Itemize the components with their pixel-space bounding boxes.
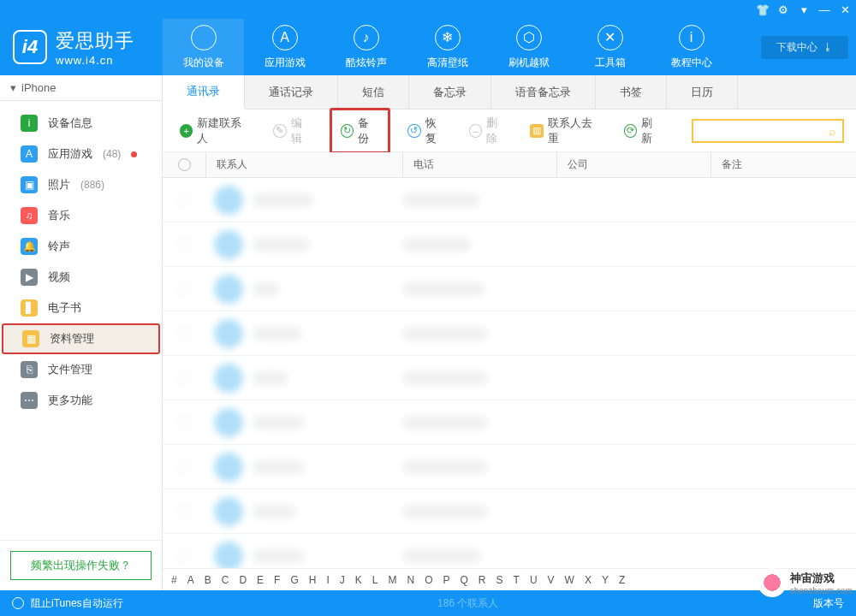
alpha-Q[interactable]: Q [461, 574, 468, 586]
alpha-L[interactable]: L [372, 574, 378, 586]
header-nav-3[interactable]: ❄高清壁纸 [407, 19, 488, 75]
search-icon[interactable]: ⌕ [829, 124, 835, 138]
status-right: 版本号 [813, 596, 844, 611]
column-phone[interactable]: 电话 [402, 152, 556, 177]
table-row[interactable] [163, 445, 856, 489]
alpha-I[interactable]: I [326, 574, 329, 586]
tab-2[interactable]: 短信 [338, 75, 409, 109]
table-row[interactable] [163, 311, 856, 356]
column-company[interactable]: 公司 [556, 152, 710, 177]
table-row[interactable] [163, 489, 856, 534]
alpha-Y[interactable]: Y [602, 574, 609, 586]
edit-button[interactable]: ✎ 编辑 [268, 112, 318, 150]
tab-3[interactable]: 备忘录 [409, 75, 491, 109]
minimize-icon[interactable]: — [818, 3, 830, 15]
delete-button[interactable]: – 删除 [464, 112, 514, 150]
row-checkbox[interactable] [178, 282, 191, 295]
alpha-S[interactable]: S [496, 574, 503, 586]
alpha-H[interactable]: H [309, 574, 317, 586]
alpha-F[interactable]: F [274, 574, 280, 586]
sidebar-item-7[interactable]: ▦资料管理 [2, 323, 160, 354]
column-note[interactable]: 备注 [710, 152, 856, 177]
alpha-A[interactable]: A [187, 574, 194, 586]
alpha-R[interactable]: R [479, 574, 486, 586]
header-nav-4[interactable]: ⬡刷机越狱 [488, 19, 569, 75]
alpha-O[interactable]: O [425, 574, 432, 586]
row-checkbox[interactable] [178, 238, 191, 251]
header-nav-icon: A [272, 25, 298, 50]
alpha-M[interactable]: M [388, 574, 396, 586]
table-row[interactable] [163, 400, 856, 445]
header-nav-2[interactable]: ♪酷炫铃声 [325, 19, 407, 75]
tab-6[interactable]: 日历 [667, 75, 738, 109]
alpha-X[interactable]: X [585, 574, 591, 586]
sidebar-icon: ▣ [21, 176, 38, 193]
sidebar-item-3[interactable]: ♫音乐 [0, 200, 162, 231]
tab-5[interactable]: 书签 [596, 75, 667, 109]
header-nav-6[interactable]: i教程中心 [651, 19, 732, 75]
column-contact[interactable]: 联系人 [205, 152, 402, 177]
row-checkbox[interactable] [178, 505, 191, 518]
row-checkbox[interactable] [178, 371, 191, 384]
alpha-B[interactable]: B [205, 574, 211, 586]
tab-0[interactable]: 通讯录 [163, 75, 245, 110]
dropdown-icon[interactable]: ▾ [798, 3, 810, 15]
minus-icon: – [469, 124, 482, 138]
sidebar-item-2[interactable]: ▣照片(886) [0, 169, 162, 200]
dedupe-button[interactable]: ▥ 联系人去重 [525, 112, 606, 150]
contact-name-blurred [253, 239, 310, 251]
row-checkbox[interactable] [178, 416, 191, 429]
alpha-V[interactable]: V [548, 574, 555, 586]
alpha-G[interactable]: G [290, 574, 298, 586]
alpha-P[interactable]: P [443, 574, 450, 586]
close-icon[interactable]: ✕ [839, 3, 851, 15]
alpha-D[interactable]: D [239, 574, 247, 586]
table-row[interactable] [163, 178, 856, 222]
skin-icon[interactable]: 👕 [757, 3, 769, 15]
device-selector[interactable]: ▾ iPhone [0, 75, 162, 101]
header-nav-1[interactable]: A应用游戏 [244, 19, 325, 75]
restore-button[interactable]: ↺ 恢复 [402, 112, 452, 150]
search-box[interactable]: ⌕ [692, 119, 844, 143]
sidebar-item-4[interactable]: 🔔铃声 [0, 231, 162, 262]
status-left[interactable]: 阻止iTunes自动运行 [31, 596, 123, 611]
header-nav-5[interactable]: ✕工具箱 [569, 19, 651, 75]
sidebar-item-6[interactable]: ▋电子书 [0, 293, 162, 323]
status-toggle-icon[interactable] [12, 597, 24, 609]
tab-4[interactable]: 语音备忘录 [491, 75, 596, 109]
alpha-T[interactable]: T [514, 574, 520, 586]
alpha-#[interactable]: # [171, 574, 177, 586]
new-contact-button[interactable]: + 新建联系人 [175, 112, 256, 150]
alpha-U[interactable]: U [530, 574, 538, 586]
alpha-W[interactable]: W [565, 574, 574, 586]
sidebar-item-1[interactable]: A应用游戏(48) [0, 139, 162, 169]
header-nav-0[interactable]: 我的设备 [163, 19, 244, 75]
backup-button[interactable]: ↻ 备份 [330, 108, 391, 154]
sidebar-item-5[interactable]: ▶视频 [0, 262, 162, 293]
row-checkbox[interactable] [178, 549, 191, 562]
search-input[interactable] [700, 125, 829, 137]
alpha-E[interactable]: E [257, 574, 264, 586]
alpha-J[interactable]: J [340, 574, 345, 586]
alpha-Z[interactable]: Z [619, 574, 625, 586]
avatar [214, 497, 243, 526]
gear-icon[interactable]: ⚙ [777, 3, 789, 15]
sidebar-item-0[interactable]: i设备信息 [0, 108, 162, 139]
table-row[interactable] [163, 356, 856, 400]
download-center-button[interactable]: 下载中心⭳ [761, 36, 848, 59]
refresh-button[interactable]: ⟳ 刷新 [619, 112, 669, 150]
alpha-N[interactable]: N [407, 574, 414, 586]
row-checkbox[interactable] [178, 327, 191, 340]
row-checkbox[interactable] [178, 460, 191, 473]
alpha-C[interactable]: C [222, 574, 229, 586]
alpha-K[interactable]: K [355, 574, 362, 586]
row-checkbox[interactable] [178, 193, 191, 206]
sidebar-item-8[interactable]: ⎘文件管理 [0, 354, 162, 385]
sidebar-item-9[interactable]: ⋯更多功能 [0, 385, 162, 416]
table-row[interactable] [163, 534, 856, 568]
table-row[interactable] [163, 222, 856, 267]
tab-1[interactable]: 通话记录 [245, 75, 338, 109]
select-all-checkbox[interactable] [178, 158, 191, 171]
operation-fail-help-button[interactable]: 频繁出现操作失败？ [10, 551, 152, 580]
table-row[interactable] [163, 267, 856, 311]
